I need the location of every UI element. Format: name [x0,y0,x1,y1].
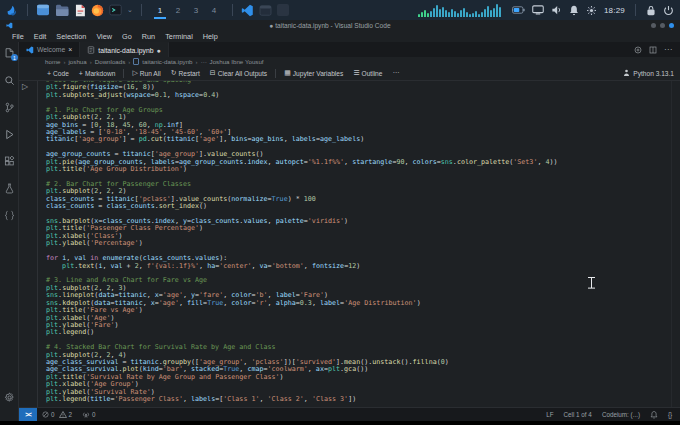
settings-gear-icon[interactable] [586,5,597,16]
toolbar-label: Restart [179,70,200,77]
menu-edit[interactable]: Edit [30,31,51,42]
volume-icon[interactable] [551,5,562,15]
visualizer-bar [472,13,474,17]
modified-dot-icon[interactable]: ● [156,47,160,54]
desktop-panel: ⌄ 1234 18:29 [0,0,680,20]
toolbar-code-button[interactable]: +Code [43,69,73,78]
file-manager-icon[interactable] [55,4,69,16]
toolbar-outline-button[interactable]: ☰Outline [349,68,386,78]
more-actions-icon[interactable]: ⋯ [664,45,672,54]
tab-welcome[interactable]: Welcome× [19,42,80,57]
notebook-cell-editor[interactable]: ▷ # Set up the figure size and spacing p… [19,81,680,407]
window-maximize-button[interactable] [660,23,665,28]
toolbar-label: Run All [140,70,161,77]
toolbar-run-all-button[interactable]: ▷Run All [128,68,164,78]
visualizer-bar [421,12,423,17]
layout-icon[interactable] [649,46,657,54]
run-cell-button[interactable]: ▷ [22,83,28,91]
split-editor-icon[interactable] [634,46,642,54]
firefox-icon[interactable] [91,4,104,17]
toolbar-jupyter-variables-button[interactable]: ▦Jupyter Variables [280,68,347,78]
window-minimize-button[interactable] [651,23,656,28]
visualizer-bar [418,14,420,17]
window-switcher-icon[interactable] [36,4,50,16]
breadcrumb-item-1[interactable]: joshua [68,58,86,65]
menu-view[interactable]: View [92,31,116,42]
toolbar-separator [123,69,124,78]
notifications-bell-icon[interactable] [569,5,579,16]
title-bar[interactable]: ● taitanic-data.ipynb - Visual Studio Co… [0,20,680,30]
visualizer-bar [481,12,483,17]
workspace-button-4[interactable]: 4 [206,1,222,19]
ports-indicator[interactable]: 0 [77,411,101,419]
status-bar: >< 0 2 0 LFCell 1 of [19,407,680,421]
more-icon: ⋯ [392,69,399,77]
menu-file[interactable]: File [8,31,28,42]
toolbar-more-button[interactable]: ⋯ [388,68,403,78]
status-braces-indicator[interactable]: { } [663,411,676,418]
kernel-picker[interactable]: Python 3.13.1 [623,69,674,77]
toolbar-restart-button[interactable]: ↻Restart [167,68,204,78]
workspace-button-1[interactable]: 1 [152,1,168,19]
vscode-window: ● taitanic-data.ipynb - Visual Studio Co… [0,20,680,421]
vscode-logo-icon [26,46,34,54]
tray-placeholder-icon[interactable] [277,4,289,16]
tab-taitanic-data-ipynb[interactable]: taitanic-data.ipynb● [80,42,168,57]
toolbar-label: Outline [362,70,383,77]
menu-go[interactable]: Go [118,31,136,42]
breadcrumb-item-4[interactable]: Joshua Ibne Yousuf [210,58,264,65]
breadcrumb-item-2[interactable]: Downloads [95,58,126,65]
visualizer-bar [424,10,426,17]
plus-icon: + [47,70,51,77]
status-notifications[interactable] [645,411,663,419]
visualizer-bar [484,9,486,17]
window-app-icon[interactable] [259,5,272,16]
vars-icon: ▦ [284,69,291,77]
close-icon[interactable]: × [68,46,72,53]
notebook-toolbar: +Code+Markdown▷Run All↻Restart⊟Clear All… [19,66,680,81]
markdown-symbol-icon: ⋯ [201,58,207,65]
window-title: ● taitanic-data.ipynb - Visual Studio Co… [13,22,647,29]
lock-icon[interactable] [646,5,656,16]
menu-terminal[interactable]: Terminal [161,31,197,42]
vscode-taskbar-icon[interactable] [241,4,254,17]
radio-tower-icon [82,411,90,419]
panel-divider [635,4,636,16]
search-icon[interactable] [1,72,17,88]
toolbar-label: Jupyter Variables [293,70,343,77]
remote-indicator-button[interactable]: >< [19,408,37,421]
status-codeium[interactable]: Codeium: (...) [597,411,645,418]
toolbar-clear-all-outputs-button[interactable]: ⊟Clear All Outputs [206,68,271,78]
terminal-app-icon[interactable] [109,4,122,16]
toolbar-markdown-button[interactable]: +Markdown [75,69,120,78]
breadcrumb-item-0[interactable]: home [45,58,60,65]
workspace-button-3[interactable]: 3 [188,1,204,19]
status-eol[interactable]: LF [541,411,558,418]
breadcrumb-item-3[interactable]: taitanic-data.ipynb [142,58,192,65]
vscode-logo-icon [6,22,13,29]
window-close-button[interactable] [669,23,674,28]
documents-app-icon[interactable] [74,4,86,17]
power-icon[interactable] [663,5,674,16]
battery-icon[interactable] [512,6,525,14]
extensions-icon[interactable] [1,153,17,169]
breadcrumb-separator: › [196,59,198,65]
status-cell-indicator[interactable]: Cell 1 of 4 [559,411,597,418]
menu-run[interactable]: Run [138,31,159,42]
notebook-icon[interactable] [1,207,17,223]
display-icon[interactable] [532,5,544,15]
manage-gear-icon[interactable] [1,389,17,405]
distro-logo-icon[interactable] [6,4,19,17]
menu-help[interactable]: Help [199,31,222,42]
warning-icon [59,411,67,418]
source-control-icon[interactable] [1,99,17,115]
chevron-down-icon[interactable]: ⌄ [127,6,133,14]
explorer-icon[interactable]: 1 [1,45,17,61]
testing-flask-icon[interactable] [1,180,17,196]
code-content[interactable]: # Set up the figure size and spacing plt… [46,81,670,404]
problems-indicator[interactable]: 0 2 [37,411,77,418]
run-debug-icon[interactable] [1,126,17,142]
workspace-button-2[interactable]: 2 [170,1,186,19]
breadcrumb[interactable]: home›joshua›Downloads›taitanic-data.ipyn… [19,57,680,66]
menu-selection[interactable]: Selection [52,31,90,42]
